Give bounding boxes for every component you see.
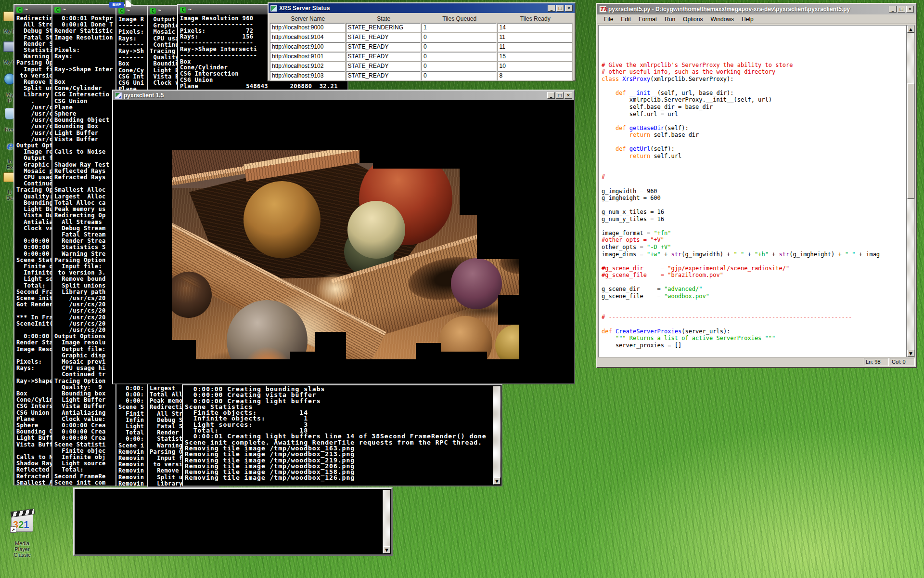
- server-row[interactable]: http://localhost:9103STATE_READY08: [270, 71, 573, 80]
- close-button[interactable]: ✕: [906, 6, 914, 13]
- code-line: [602, 26, 906, 34]
- code-line: def getBaseDir(self):: [602, 125, 906, 132]
- code-line: [602, 118, 906, 125]
- bmp-file-badge[interactable]: BMP: [109, 0, 131, 8]
- xrs-app-icon: [270, 5, 277, 12]
- terminal-output[interactable]: [75, 489, 391, 490]
- scroll-down-icon[interactable]: ▼: [907, 350, 914, 357]
- idle-editor-window: Tk pyxrsclient5.py - D:\cygwin\home\them…: [596, 3, 917, 368]
- xrs-table-header: Server NameStateTiles QueuedTiles Ready: [270, 15, 573, 23]
- code-line: [602, 202, 906, 209]
- code-line: [602, 300, 906, 307]
- purple-sphere: [451, 258, 502, 309]
- server-cell: 11: [498, 33, 573, 42]
- column-header[interactable]: Tiles Queued: [422, 15, 498, 23]
- code-area[interactable]: # Give the xmlrpclib's ServerProxy the a…: [598, 25, 907, 357]
- server-cell: 14: [498, 23, 573, 32]
- column-header[interactable]: Server Name: [270, 15, 346, 23]
- server-cell: STATE_RENDERING: [346, 23, 421, 32]
- server-cell: 1: [422, 23, 497, 32]
- pyxrs-titlebar[interactable]: pyxrsclient 1.5 _ □ ✕: [113, 91, 574, 100]
- render-log-console: 0:00:00 Creating bounding slabs 0:00:00 …: [182, 384, 502, 486]
- code-line: class XrsProxy(xmlrpclib.ServerProxy):: [602, 76, 906, 83]
- unrendered-tile: [477, 215, 519, 259]
- code-line: [602, 159, 906, 167]
- menu-windows[interactable]: Windows: [706, 15, 738, 24]
- oak-sphere: [244, 181, 321, 258]
- code-line: g_imgheight = 600: [602, 195, 906, 202]
- pyxrsclient-window: pyxrsclient 1.5 _ □ ✕: [112, 90, 575, 384]
- server-cell: http://localhost:9100: [270, 42, 345, 52]
- minimize-button[interactable]: _: [548, 5, 555, 12]
- scrollbar[interactable]: ▲ ▼: [907, 25, 915, 357]
- scroll-up-icon[interactable]: ▲: [907, 26, 914, 33]
- server-row[interactable]: http://localhost:9101STATE_READY015: [270, 52, 573, 61]
- server-cell: 0: [422, 33, 497, 42]
- minimize-button[interactable]: _: [547, 92, 555, 99]
- status-bar: Ln: 98 Col: 0: [598, 358, 915, 366]
- server-row[interactable]: http://localhost:9000STATE_RENDERING114: [270, 23, 573, 32]
- server-row[interactable]: http://localhost:9100STATE_READY011: [270, 42, 573, 52]
- server-row[interactable]: http://localhost:9102STATE_READY010: [270, 62, 573, 71]
- server-cell: 0: [422, 62, 497, 71]
- idle-titlebar[interactable]: Tk pyxrsclient5.py - D:\cygwin\home\them…: [597, 4, 916, 14]
- code-line: #other_opts = "+V": [602, 236, 906, 244]
- server-cell: STATE_READY: [346, 62, 421, 71]
- code-line: server_proxies = []: [602, 342, 906, 349]
- desktop-icon-media-player-classic[interactable]: 321 ↗ Media Player Classic: [7, 506, 38, 564]
- menu-format[interactable]: Format: [635, 15, 661, 24]
- window-title: pyxrsclient5.py - D:\cygwin\home\themaxx…: [608, 6, 887, 13]
- close-button[interactable]: ✕: [565, 92, 572, 99]
- xrs-titlebar[interactable]: XRS Server Status _ □ ✕: [269, 3, 575, 13]
- maximize-button[interactable]: □: [556, 92, 564, 99]
- xrs-server-status-window: XRS Server Status _ □ ✕ Server NameState…: [268, 2, 576, 81]
- scroll-thumb[interactable]: [907, 83, 914, 199]
- code-line: g_imgwidth = 960: [602, 188, 906, 195]
- code-line: [602, 223, 906, 230]
- code-line: # --------------------------------------…: [602, 173, 906, 181]
- scroll-down-icon[interactable]: ▼: [383, 546, 390, 553]
- server-cell: 0: [422, 42, 497, 52]
- minimize-button[interactable]: _: [889, 6, 897, 13]
- code-line: image_format = "+fn": [602, 230, 906, 237]
- scrollbar[interactable]: ▼: [383, 490, 390, 553]
- scrollbar[interactable]: ▼: [493, 386, 500, 485]
- menu-edit[interactable]: Edit: [617, 15, 635, 24]
- code-line: [602, 181, 906, 188]
- cream-sphere: [347, 201, 405, 259]
- maximize-button[interactable]: □: [556, 5, 564, 12]
- line-indicator: Ln: 98: [864, 358, 889, 366]
- server-cell: 11: [498, 42, 573, 52]
- media-player-classic-icon: 321 ↗: [11, 512, 33, 532]
- icon-label: Media Player Classic: [7, 540, 38, 558]
- cygwin-icon: C: [150, 8, 156, 14]
- server-row[interactable]: http://localhost:9104STATE_READY011: [270, 33, 573, 42]
- code-line: g_scene_dir = "advanced/": [602, 286, 906, 293]
- server-cell: http://localhost:9104: [270, 33, 345, 42]
- code-line: [602, 54, 906, 62]
- terminal-output[interactable]: 0:00:00 Creating bounding slabs 0:00:00 …: [183, 385, 501, 481]
- cygwin-icon: C: [54, 7, 61, 13]
- code-line: def __init__(self, url, base_dir):: [602, 90, 906, 97]
- code-line: image_dims = "+w" + str(g_imgwidth) + " …: [602, 251, 906, 258]
- menu-run[interactable]: Run: [661, 15, 679, 24]
- code-line: [602, 82, 906, 90]
- xrs-table-body: http://localhost:9000STATE_RENDERING114h…: [270, 23, 573, 80]
- window-title: XRS Server Status: [279, 5, 546, 12]
- code-line: [602, 321, 906, 328]
- code-line: return self.url: [602, 153, 906, 160]
- menu-options[interactable]: Options: [679, 15, 706, 24]
- menu-file[interactable]: File: [600, 15, 617, 24]
- close-button[interactable]: ✕: [565, 5, 573, 12]
- tk-icon: Tk: [599, 6, 606, 13]
- column-header[interactable]: Tiles Ready: [498, 15, 574, 23]
- menu-help[interactable]: Help: [738, 15, 757, 24]
- server-cell: 0: [422, 52, 497, 61]
- render-preview: [172, 150, 519, 359]
- column-header[interactable]: State: [346, 15, 422, 23]
- maximize-button[interactable]: □: [898, 6, 905, 13]
- scroll-down-icon[interactable]: ▼: [493, 477, 500, 485]
- server-cell: STATE_READY: [346, 52, 421, 61]
- highlight-glow: [316, 273, 355, 305]
- server-cell: 15: [498, 52, 573, 61]
